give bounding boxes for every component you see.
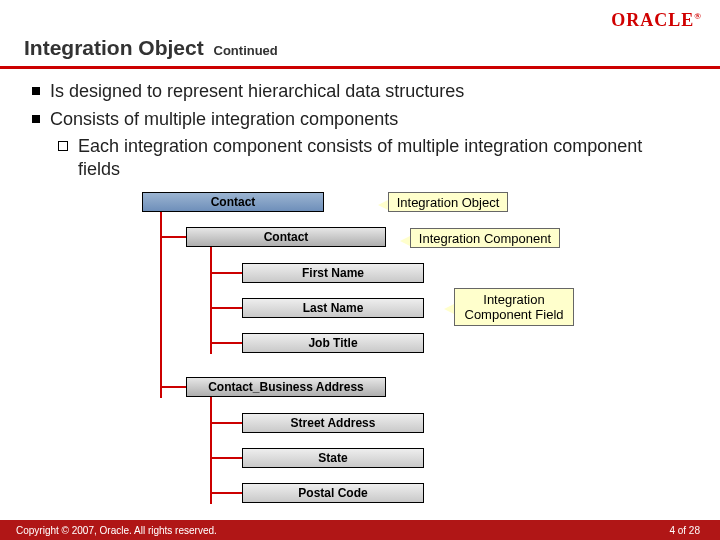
connector-line [210,397,212,504]
bullet-level1: Is designed to represent hierarchical da… [32,80,672,103]
component-node: Contact_Business Address [186,377,386,397]
field-label: Postal Code [298,486,367,500]
bullet-level2: Each integration component consists of m… [58,135,672,180]
connector-line [160,386,186,388]
connector-line [210,492,242,494]
callout-integration-component-field: Integration Component Field [454,288,574,326]
field-label: Street Address [291,416,376,430]
field-node: Postal Code [242,483,424,503]
root-node: Contact [142,192,324,212]
field-node: Last Name [242,298,424,318]
root-label: Contact [211,195,256,209]
field-node: State [242,448,424,468]
component-label: Contact_Business Address [208,380,364,394]
vendor-logo-text: ORACLE® [611,10,702,30]
bullet-text: Is designed to represent hierarchical da… [50,80,464,103]
footer-bar: Copyright © 2007, Oracle. All rights res… [0,520,720,540]
connector-line [210,457,242,459]
callout-tail-icon [378,200,388,210]
callout-tail-icon [400,236,410,246]
callout-tail-icon [444,304,454,314]
hierarchy-diagram: Contact Contact First Name Last Name Job… [0,192,720,512]
vendor-logo: ORACLE® [611,10,702,31]
square-bullet-icon [32,87,40,95]
bullet-text: Consists of multiple integration compone… [50,108,398,131]
field-label: State [318,451,347,465]
callout-text: Integration Component Field [465,292,564,322]
bullet-level1: Consists of multiple integration compone… [32,108,672,131]
component-node: Contact [186,227,386,247]
field-label: First Name [302,266,364,280]
connector-line [160,236,186,238]
bullet-text: Each integration component consists of m… [78,135,672,180]
hollow-square-bullet-icon [58,141,68,151]
title-continued: Continued [214,43,278,58]
callout-text: Integration Component [419,231,551,246]
title-main: Integration Object [24,36,204,59]
field-node: Street Address [242,413,424,433]
field-node: Job Title [242,333,424,353]
slide-title: Integration Object Continued [24,36,278,60]
page-number: 4 of 28 [669,525,700,536]
field-node: First Name [242,263,424,283]
connector-line [210,247,212,354]
copyright-text: Copyright © 2007, Oracle. All rights res… [16,525,217,536]
callout-text: Integration Object [397,195,500,210]
connector-line [160,212,162,398]
field-label: Last Name [303,301,364,315]
connector-line [210,422,242,424]
bullet-list: Is designed to represent hierarchical da… [32,80,672,180]
callout-integration-component: Integration Component [410,228,560,248]
title-underline [0,66,720,69]
component-label: Contact [264,230,309,244]
connector-line [210,342,242,344]
connector-line [210,307,242,309]
callout-integration-object: Integration Object [388,192,508,212]
square-bullet-icon [32,115,40,123]
connector-line [210,272,242,274]
field-label: Job Title [308,336,357,350]
